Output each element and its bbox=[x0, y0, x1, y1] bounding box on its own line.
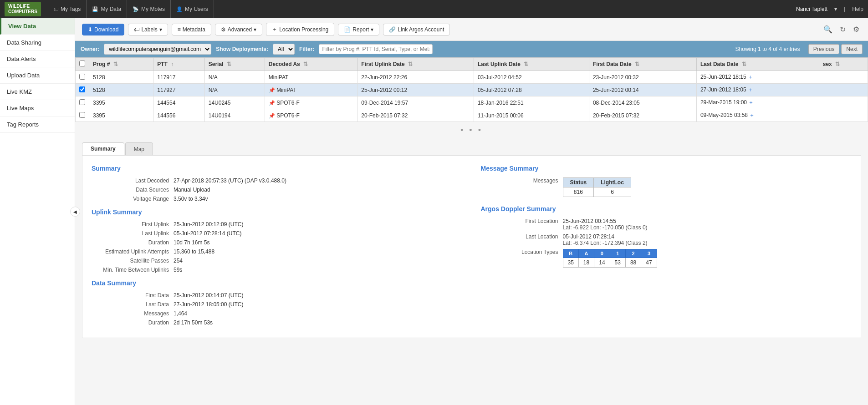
metadata-button[interactable]: ≡ Metadata bbox=[172, 24, 211, 35]
estimated-uplink-row: Estimated Uplink Attempts 15,360 to 15,4… bbox=[92, 248, 463, 255]
first-uplink-value: 25-Jun-2012 00:12:09 (UTC) bbox=[174, 221, 243, 228]
table-row[interactable]: 5128 117927 N/A 📌 MiniPAT 25-Jun-2012 00… bbox=[76, 84, 868, 96]
col-header-last-data[interactable]: Last Data Date ⇅ bbox=[696, 58, 819, 71]
row-first-data: 08-Dec-2014 23:05 bbox=[589, 96, 696, 109]
labels-button[interactable]: 🏷 Labels ▾ bbox=[128, 24, 168, 35]
nav-my-tags[interactable]: 🏷 My Tags bbox=[48, 0, 87, 18]
sort-sex-icon: ⇅ bbox=[835, 61, 840, 67]
last-uplink-row: Last Uplink 05-Jul-2012 07:28:14 (UTC) bbox=[92, 230, 463, 237]
row-checkbox[interactable] bbox=[79, 99, 85, 105]
location-processing-button[interactable]: ＋ Location Processing bbox=[266, 23, 334, 36]
col-header-ptt[interactable]: PTT ↑ bbox=[153, 58, 204, 71]
location-types-table-wrap: BA0123 351814538847 bbox=[563, 249, 657, 268]
main-content: ⬇ Download 🏷 Labels ▾ ≡ Metadata ⚙ Advan… bbox=[75, 18, 868, 405]
col-header-checkbox[interactable] bbox=[76, 58, 89, 71]
first-location-coords: Lat: -6.922 Lon: -170.050 (Class 0) bbox=[563, 224, 648, 231]
duration-value: 10d 7h 16m 5s bbox=[174, 239, 209, 246]
argos-doppler-title: Argos Doppler Summary bbox=[481, 205, 852, 213]
col-header-first-data[interactable]: First Data Date ⇅ bbox=[589, 58, 696, 71]
help-link[interactable]: Help bbox=[852, 6, 863, 12]
add-row-icon[interactable]: ＋ bbox=[749, 112, 755, 118]
previous-button[interactable]: Previous bbox=[808, 44, 840, 54]
last-data-row: Last Data 27-Jun-2012 18:05:00 (UTC) bbox=[92, 301, 463, 308]
last-data-label: Last Data bbox=[92, 301, 174, 308]
col-header-decoded-as[interactable]: Decoded As ⇅ bbox=[265, 58, 357, 71]
loc-val-B: 35 bbox=[563, 258, 578, 268]
row-prog-num: 5128 bbox=[89, 71, 153, 84]
download-icon: ⬇ bbox=[88, 26, 92, 33]
first-data-label: First Data bbox=[92, 292, 174, 299]
last-uplink-label: Last Uplink bbox=[92, 230, 174, 237]
select-all-checkbox[interactable] bbox=[79, 61, 85, 66]
data-summary-title: Data Summary bbox=[92, 279, 463, 287]
sort-first-uplink-icon: ⇅ bbox=[408, 61, 413, 67]
col-header-sex[interactable]: sex ⇅ bbox=[819, 58, 868, 71]
advanced-button[interactable]: ⚙ Advanced ▾ bbox=[215, 24, 262, 35]
row-checkbox[interactable] bbox=[79, 74, 85, 80]
app-layout: View Data Data Sharing Data Alerts Uploa… bbox=[0, 18, 868, 405]
tab-summary[interactable]: Summary bbox=[82, 142, 124, 155]
report-button[interactable]: 📄 Report ▾ bbox=[338, 24, 379, 35]
add-row-icon[interactable]: ＋ bbox=[748, 99, 754, 106]
nav-my-data[interactable]: 💾 My Data bbox=[87, 0, 127, 18]
nav-my-motes[interactable]: 📡 My Motes bbox=[127, 0, 171, 18]
user-dropdown-icon[interactable]: ▾ bbox=[834, 6, 837, 12]
table-row[interactable]: 3395 144556 14U0194 📌 SPOT6-F 20-Feb-201… bbox=[76, 109, 868, 122]
row-last-data: 09-May-2015 03:58 ＋ bbox=[696, 109, 819, 122]
last-location-values: 05-Jul-2012 07:28:14 Lat: -6.374 Lon: -1… bbox=[563, 233, 648, 246]
link-icon: 🔗 bbox=[389, 26, 396, 33]
table-row[interactable]: 5128 117917 N/A MiniPAT 22-Jun-2012 22:2… bbox=[76, 71, 868, 84]
show-deployments-select[interactable]: All bbox=[273, 44, 295, 55]
voltage-range-label: Voltage Range bbox=[92, 196, 174, 202]
pin-icon: 📌 bbox=[269, 100, 275, 106]
row-last-data: 25-Jun-2012 18:15 ＋ bbox=[696, 71, 819, 84]
add-row-icon[interactable]: ＋ bbox=[748, 74, 753, 80]
duration2-row: Duration 2d 17h 50m 53s bbox=[92, 319, 463, 326]
next-button[interactable]: Next bbox=[841, 44, 863, 54]
loc-val-0: 14 bbox=[594, 258, 610, 268]
search-button[interactable]: 🔍 bbox=[822, 23, 834, 35]
sidebar-item-upload-data[interactable]: Upload Data bbox=[0, 67, 75, 84]
msg-col-lightloc: LightLoc bbox=[594, 178, 631, 187]
first-location-values: 25-Jun-2012 00:14:55 Lat: -6.922 Lon: -1… bbox=[563, 218, 648, 231]
tab-map[interactable]: Map bbox=[125, 142, 153, 155]
col-header-serial[interactable]: Serial ⇅ bbox=[204, 58, 265, 71]
link-argos-button[interactable]: 🔗 Link Argos Account bbox=[383, 24, 450, 35]
refresh-button[interactable]: ↻ bbox=[838, 23, 848, 35]
sidebar-collapse-button[interactable]: ◀ bbox=[70, 207, 80, 217]
loc-col-0: 0 bbox=[594, 249, 610, 258]
sidebar-item-tag-reports[interactable]: Tag Reports bbox=[0, 116, 75, 133]
user-name[interactable]: Nanci Taplett bbox=[796, 6, 827, 12]
col-header-prog-num[interactable]: Prog # ⇅ bbox=[89, 58, 153, 71]
col-header-last-uplink[interactable]: Last Uplink Date ⇅ bbox=[474, 58, 589, 71]
row-checkbox-cell bbox=[76, 96, 89, 109]
labels-icon: 🏷 bbox=[134, 26, 139, 33]
download-button[interactable]: ⬇ Download bbox=[82, 24, 124, 35]
min-time-label: Min. Time Between Uplinks bbox=[92, 267, 174, 273]
row-first-data: 20-Feb-2015 07:32 bbox=[589, 109, 696, 122]
top-navigation: WILDLIFE COMPUTERS 🏷 My Tags 💾 My Data 📡… bbox=[0, 0, 868, 18]
sidebar-item-data-alerts[interactable]: Data Alerts bbox=[0, 51, 75, 67]
loc-val-1: 53 bbox=[610, 258, 625, 268]
sort-last-uplink-icon: ⇅ bbox=[524, 61, 528, 67]
col-header-first-uplink[interactable]: First Uplink Date ⇅ bbox=[357, 58, 474, 71]
owner-label: Owner: bbox=[81, 46, 99, 52]
loc-val-3: 47 bbox=[641, 258, 657, 268]
row-checkbox[interactable] bbox=[79, 86, 85, 92]
sidebar-item-live-maps[interactable]: Live Maps bbox=[0, 100, 75, 116]
sidebar-item-live-kmz[interactable]: Live KMZ bbox=[0, 84, 75, 100]
last-location-row: Last Location 05-Jul-2012 07:28:14 Lat: … bbox=[481, 233, 852, 246]
settings-button[interactable]: ⚙ bbox=[851, 23, 861, 35]
table-row[interactable]: 3395 144554 14U0245 📌 SPOT6-F 09-Dec-201… bbox=[76, 96, 868, 109]
pagination: Previous Next bbox=[808, 44, 863, 54]
filter-input[interactable] bbox=[319, 44, 433, 54]
estimated-uplink-label: Estimated Uplink Attempts bbox=[92, 248, 174, 255]
add-row-icon[interactable]: ＋ bbox=[748, 86, 753, 93]
sidebar-item-view-data[interactable]: View Data bbox=[0, 18, 75, 35]
nav-my-users[interactable]: 👤 My Users bbox=[171, 0, 214, 18]
sidebar-item-data-sharing[interactable]: Data Sharing bbox=[0, 35, 75, 51]
owner-select[interactable]: wildlifecomputerspenguin@gmail.com bbox=[104, 44, 211, 55]
row-checkbox[interactable] bbox=[79, 112, 85, 118]
satellite-passes-label: Satellite Passes bbox=[92, 258, 174, 264]
row-last-data: 27-Jun-2012 18:05 ＋ bbox=[696, 84, 819, 96]
